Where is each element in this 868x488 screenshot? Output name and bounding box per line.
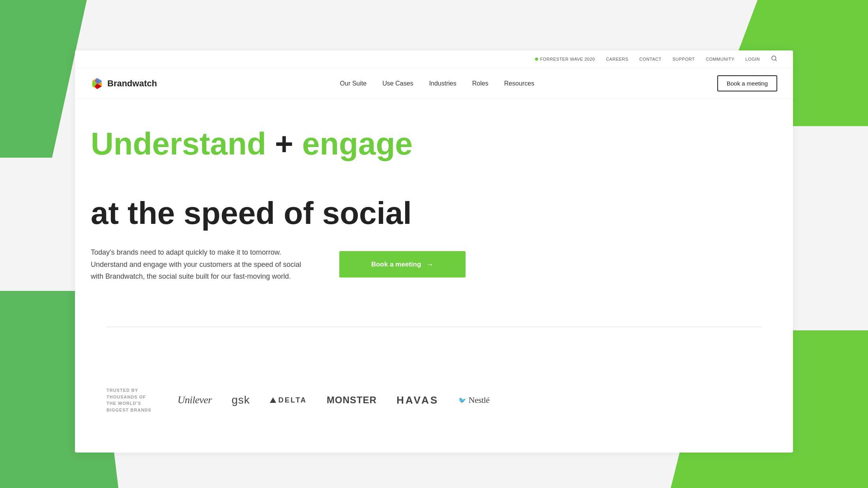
- brand-unilever: Unilever: [178, 394, 212, 406]
- hero-heading-engage: engage: [302, 126, 413, 161]
- delta-triangle-icon: [270, 397, 276, 403]
- hero-heading-plus: +: [266, 126, 302, 161]
- hero-section: Understand + engage at the speed of soci…: [75, 99, 793, 453]
- login-link[interactable]: LOGIN: [745, 57, 760, 61]
- trusted-section: TRUSTED BY THOUSANDS OF THE WORLD'S BIGG…: [91, 371, 777, 429]
- logo-icon: [91, 77, 103, 90]
- hero-cta-label: Book a meeting: [371, 261, 421, 268]
- hero-heading-understand: Understand: [91, 126, 266, 161]
- nav-resources[interactable]: Resources: [504, 80, 534, 87]
- hero-heading: Understand + engage at the speed of soci…: [91, 127, 466, 231]
- contact-link[interactable]: CONTACT: [640, 57, 662, 61]
- nestle-text: Nestlé: [469, 395, 490, 405]
- hero-heading-line2: at the speed of social: [91, 196, 466, 231]
- support-link[interactable]: SUPPORT: [672, 57, 694, 61]
- arrow-icon: →: [426, 260, 434, 269]
- nestle-bird-icon: 🐦: [458, 397, 466, 404]
- svg-line-1: [775, 60, 776, 61]
- logo-area[interactable]: Brandwatch: [91, 77, 157, 90]
- nav-our-suite[interactable]: Our Suite: [340, 80, 367, 87]
- bg-decoration-top-left: [0, 0, 87, 158]
- main-card: FORRESTER WAVE 2020 CAREERS CONTACT SUPP…: [75, 50, 793, 453]
- search-icon[interactable]: [771, 55, 777, 63]
- hero-description: Today's brands need to adapt quickly to …: [91, 246, 316, 283]
- utility-bar: FORRESTER WAVE 2020 CAREERS CONTACT SUPP…: [75, 50, 793, 68]
- brand-nestle: 🐦 Nestlé: [458, 395, 490, 405]
- main-nav: Brandwatch Our Suite Use Cases Industrie…: [75, 68, 793, 99]
- nav-roles[interactable]: Roles: [472, 80, 488, 87]
- brand-monster: MONSTER: [327, 395, 377, 406]
- community-link[interactable]: COMMUNITY: [706, 57, 734, 61]
- forrester-badge[interactable]: FORRESTER WAVE 2020: [535, 57, 595, 61]
- nav-links: Our Suite Use Cases Industries Roles Res…: [340, 80, 535, 87]
- forrester-label: FORRESTER WAVE 2020: [540, 57, 595, 61]
- brand-havas: HAVAS: [397, 394, 439, 406]
- nav-industries[interactable]: Industries: [429, 80, 456, 87]
- brand-gsk: gsk: [232, 394, 250, 406]
- hero-content: Understand + engage at the speed of soci…: [91, 127, 466, 283]
- logo-text: Brandwatch: [107, 78, 157, 89]
- trusted-label: TRUSTED BY THOUSANDS OF THE WORLD'S BIGG…: [107, 387, 154, 413]
- brand-logos: Unilever gsk DELTA MONSTER HAVAS 🐦 Nestl…: [178, 394, 761, 406]
- careers-link[interactable]: CAREERS: [606, 57, 629, 61]
- nav-use-cases[interactable]: Use Cases: [382, 80, 413, 87]
- hero-body-row: Today's brands need to adapt quickly to …: [91, 246, 466, 283]
- brand-delta: DELTA: [270, 396, 307, 404]
- book-meeting-nav-button[interactable]: Book a meeting: [717, 75, 777, 91]
- delta-text: DELTA: [279, 396, 307, 404]
- section-divider: [107, 327, 761, 327]
- hero-cta-button[interactable]: Book a meeting →: [339, 251, 466, 278]
- forrester-dot: [535, 58, 538, 61]
